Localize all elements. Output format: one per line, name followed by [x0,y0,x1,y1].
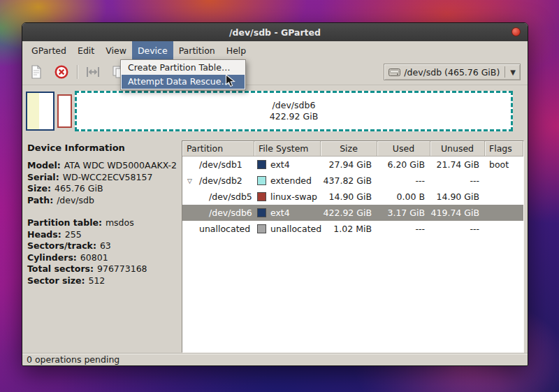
menu-gparted[interactable]: GParted [26,41,72,59]
toolbar: /dev/sdb (465.76 GiB) ▼ [22,59,528,85]
close-icon[interactable] [511,27,521,36]
expander-icon[interactable]: ▽ [187,177,192,184]
main-content: Device Information Model:ATA WDC WD5000A… [22,137,528,353]
titlebar[interactable]: /dev/sdb - GParted [22,23,528,41]
device-selector-label: /dev/sdb (465.76 GiB) [404,67,500,78]
info-model: Model:ATA WDC WD5000AAKX-2 [27,160,180,172]
visual-selected-name: /dev/sdb6 [273,100,316,111]
table-row-sdb2[interactable]: ▽/dev/sdb2 extended 437.82 GiB --- --- [182,173,523,189]
info-serial: Serial:WD-WCC2ECV58157 [27,172,180,184]
visual-partition-sdb5[interactable] [57,94,72,128]
menu-help[interactable]: Help [221,41,252,59]
fs-color-swatch [257,176,266,185]
info-partition-table: Partition table:msdos [27,217,180,229]
column-header-unused[interactable]: Unused [430,141,485,157]
info-cylinders: Cylinders:60801 [27,252,180,264]
table-row-sdb6-selected[interactable]: /dev/sdb6 ext4 422.92 GiB 3.17 GiB 419.7… [182,205,523,221]
menu-device[interactable]: Device [132,41,173,59]
fs-color-swatch [257,160,266,169]
fs-color-swatch [257,224,266,233]
info-total-sectors: Total sectors:976773168 [27,263,180,275]
drive-icon [389,68,400,77]
column-header-used[interactable]: Used [377,141,430,157]
fs-color-swatch [257,192,266,201]
new-partition-icon[interactable] [27,62,46,82]
chevron-down-icon: ▼ [510,68,517,76]
gparted-window: /dev/sdb - GParted GParted Edit View Dev… [22,22,528,366]
column-header-partition[interactable]: Partition [182,141,254,157]
info-heads: Heads:255 [27,229,180,241]
partition-table: Partition File System Size Used Unused F… [182,140,524,353]
menu-item-create-partition-table[interactable]: Create Partition Table… [122,61,245,75]
visual-partition-sdb6-selected[interactable]: /dev/sdb6 422.92 GiB [75,91,513,131]
device-info-title: Device Information [27,143,180,153]
menu-view[interactable]: View [100,41,132,59]
visual-selected-size: 422.92 GiB [270,111,318,122]
column-header-filesystem[interactable]: File System [254,141,321,157]
statusbar: 0 operations pending [22,353,528,365]
menu-partition[interactable]: Partition [173,41,221,59]
table-row-sdb1[interactable]: /dev/sdb1 ext4 27.94 GiB 6.20 GiB 21.74 … [182,157,523,173]
device-info-panel: Device Information Model:ATA WDC WD5000A… [26,140,180,353]
table-row-unallocated[interactable]: unallocated unallocated 1.02 MiB --- --- [182,221,523,237]
menu-edit[interactable]: Edit [72,41,100,59]
resize-move-icon[interactable] [83,62,103,82]
info-sector-size: Sector size:512 [27,275,180,287]
toolbar-separator [77,65,78,79]
partition-visual-area: /dev/sdb6 422.92 GiB [22,85,528,137]
delete-partition-icon[interactable] [52,62,71,82]
table-row-sdb5[interactable]: /dev/sdb5 linux-swap 14.90 GiB 0.00 B 14… [182,189,523,205]
device-selector[interactable]: /dev/sdb (465.76 GiB) ▼ [384,64,521,80]
pending-operations-text: 0 operations pending [27,354,119,365]
partition-visual-bar: /dev/sdb6 422.92 GiB [26,90,513,132]
table-header: Partition File System Size Used Unused F… [182,141,523,157]
info-sectors-track: Sectors/track:63 [27,240,180,252]
info-path: Path:/dev/sdb [27,195,180,207]
combo-separator [504,66,505,78]
column-header-flags[interactable]: Flags [485,141,523,157]
mouse-cursor-icon [225,74,238,88]
window-title: /dev/sdb - GParted [229,27,321,38]
menubar: GParted Edit View Device Partition Help [22,41,528,59]
visual-partition-sdb1[interactable] [26,92,55,131]
fs-color-swatch [257,208,266,217]
column-header-size[interactable]: Size [321,141,377,157]
info-size: Size:465.76 GiB [27,183,180,195]
